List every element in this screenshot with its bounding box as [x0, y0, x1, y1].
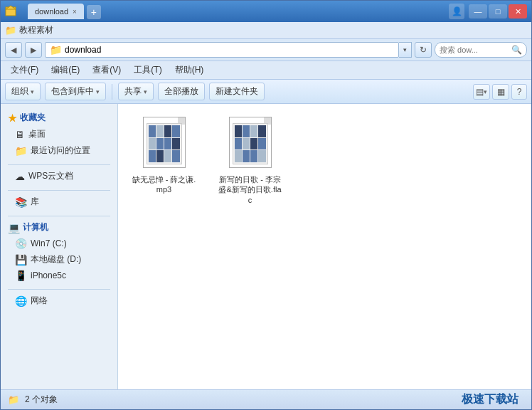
main-window: download × + 👤 — □ ✕ 📁 教程素材 ◀ ▶ 📁 downlo…	[0, 0, 532, 410]
file-name-flac: 新写的日歌 - 李宗盛&新写的日歌.flac	[217, 174, 283, 205]
sidebar-item-recent[interactable]: 📁 最近访问的位置	[4, 142, 115, 159]
active-tab[interactable]: download ×	[28, 4, 84, 19]
iphone-icon: 📱	[15, 270, 27, 281]
help-button[interactable]: ?	[511, 84, 527, 100]
menu-bar: 文件(F) 编辑(E) 查看(V) 工具(T) 帮助(H)	[1, 61, 531, 80]
details-icon: ▦	[497, 87, 505, 97]
sidebar-item-wps[interactable]: ☁ WPS云文档	[4, 168, 115, 184]
organize-arrow: ▾	[31, 88, 34, 95]
local-label: 本地磁盘 (D:)	[31, 253, 81, 266]
library-label: 库	[31, 196, 39, 208]
favorites-star: ★	[8, 112, 17, 124]
file-icon-mp3	[139, 117, 189, 170]
win7-label: Win7 (C:)	[31, 238, 67, 248]
network-icon: 🌐	[15, 295, 27, 307]
recent-label: 最近访问的位置	[31, 144, 90, 157]
file-icon-flac	[225, 117, 275, 170]
wps-icon: ☁	[15, 171, 25, 182]
user-icon[interactable]: 👤	[449, 4, 464, 19]
sidebar-item-win7[interactable]: 💿 Win7 (C:)	[4, 236, 115, 251]
brand-name: 极速下载站	[462, 392, 518, 407]
sidebar-item-network[interactable]: 🌐 网络	[4, 293, 115, 309]
sidebar-divider-2	[8, 190, 110, 191]
wps-label: WPS云文档	[28, 170, 73, 182]
tab-close-button[interactable]: ×	[73, 8, 77, 16]
close-button[interactable]: ✕	[509, 4, 527, 19]
file-area: 缺无忌惮 - 薛之谦.mp3	[118, 104, 531, 389]
sidebar-divider-1	[8, 164, 110, 165]
search-icon: 🔍	[511, 45, 522, 55]
sidebar-item-iphone[interactable]: 📱 iPhone5c	[4, 268, 115, 283]
sidebar-divider-3	[8, 216, 110, 216]
search-input[interactable]	[440, 46, 504, 54]
sidebar-divider-4	[8, 289, 110, 290]
new-tab-button[interactable]: +	[87, 5, 101, 19]
include-arrow: ▾	[96, 88, 100, 95]
status-bar: 📁 2 个对象 极速下载站	[1, 389, 531, 409]
details-view-button[interactable]: ▦	[492, 84, 509, 100]
menu-tools[interactable]: 工具(T)	[128, 63, 167, 78]
iphone-label: iPhone5c	[31, 270, 66, 280]
view-toggle-button[interactable]: ▤ ▾	[473, 84, 490, 100]
share-button[interactable]: 共享 ▾	[118, 83, 154, 100]
title-bar: download × + 👤 — □ ✕	[1, 1, 531, 22]
main-content: ★ 收藏夹 🖥 桌面 📁 最近访问的位置 ☁ WPS云文档	[1, 104, 531, 389]
organize-button[interactable]: 组织 ▾	[5, 83, 41, 100]
address-box[interactable]: 📁 download	[45, 42, 399, 58]
sidebar: ★ 收藏夹 🖥 桌面 📁 最近访问的位置 ☁ WPS云文档	[1, 104, 118, 389]
library-icon: 📚	[15, 196, 27, 208]
menu-help[interactable]: 帮助(H)	[169, 63, 210, 78]
file-name-mp3: 缺无忌惮 - 薛之谦.mp3	[131, 174, 197, 195]
recent-icon: 📁	[15, 145, 27, 157]
wps-section: ☁ WPS云文档	[4, 168, 115, 184]
toolbar-separator	[112, 84, 112, 100]
desktop-icon: 🖥	[15, 129, 25, 140]
breadcrumb-bar: 📁 教程素材	[1, 22, 531, 39]
refresh-button[interactable]: ↻	[415, 42, 432, 58]
breadcrumb-folder-icon: 📁	[5, 25, 16, 36]
win7-drive-icon: 💿	[15, 238, 27, 249]
computer-section: 💻 计算机 💿 Win7 (C:) 💾 本地磁盘 (D:) 📱 iPhone5c	[4, 219, 115, 283]
menu-edit[interactable]: 编辑(E)	[46, 63, 85, 78]
file-item[interactable]: 新写的日歌 - 李宗盛&新写的日歌.flac	[213, 112, 287, 209]
favorites-header[interactable]: ★ 收藏夹	[4, 110, 115, 126]
forward-button[interactable]: ▶	[25, 42, 42, 58]
include-library-button[interactable]: 包含到库中 ▾	[45, 83, 106, 100]
menu-view[interactable]: 查看(V)	[87, 63, 127, 78]
address-bar-area: ◀ ▶ 📁 download ▾ ↻ 🔍	[1, 39, 531, 61]
toolbar: 组织 ▾ 包含到库中 ▾ 共享 ▾ 全部播放 新建文件夹 ▤ ▾ ▦ ?	[1, 80, 531, 104]
tab-label: download	[35, 7, 68, 16]
address-dropdown-button[interactable]: ▾	[399, 42, 412, 58]
breadcrumb-root[interactable]: 教程素材	[19, 24, 53, 36]
local-drive-icon: 💾	[15, 254, 27, 266]
back-button[interactable]: ◀	[5, 42, 22, 58]
view-dropdown-arrow[interactable]: ▾	[484, 88, 487, 95]
computer-label: 计算机	[23, 221, 48, 233]
status-folder-icon: 📁	[8, 394, 19, 405]
network-section: 🌐 网络	[4, 293, 115, 309]
play-all-button[interactable]: 全部播放	[158, 83, 205, 100]
favorites-label: 收藏夹	[20, 112, 46, 124]
help-icon: ?	[517, 87, 522, 97]
sidebar-item-library[interactable]: 📚 库	[4, 194, 115, 210]
computer-header[interactable]: 💻 计算机	[4, 219, 115, 236]
maximize-button[interactable]: □	[489, 4, 507, 19]
menu-file[interactable]: 文件(F)	[5, 63, 44, 78]
address-path: download	[65, 45, 101, 55]
status-count: 2 个对象	[25, 394, 462, 406]
address-folder-icon: 📁	[50, 44, 62, 56]
desktop-label: 桌面	[28, 128, 46, 140]
sidebar-item-local[interactable]: 💾 本地磁盘 (D:)	[4, 251, 115, 268]
sidebar-item-desktop[interactable]: 🖥 桌面	[4, 126, 115, 142]
network-label: 网络	[31, 295, 48, 307]
minimize-button[interactable]: —	[469, 4, 487, 19]
window-icon	[5, 5, 18, 18]
file-item[interactable]: 缺无忌惮 - 薛之谦.mp3	[127, 112, 201, 209]
library-section: 📚 库	[4, 194, 115, 210]
computer-icon: 💻	[8, 222, 20, 233]
favorites-section: ★ 收藏夹 🖥 桌面 📁 最近访问的位置	[4, 110, 115, 159]
share-arrow: ▾	[144, 88, 147, 95]
new-folder-button[interactable]: 新建文件夹	[209, 83, 265, 100]
view-icon: ▤	[476, 87, 484, 97]
search-box[interactable]: 🔍	[435, 42, 527, 58]
